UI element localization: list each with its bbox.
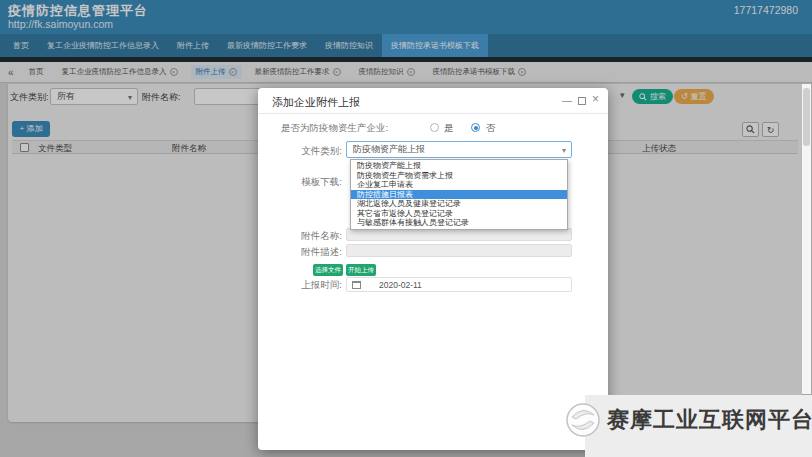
template-download-label: 模板下载: <box>258 176 342 189</box>
maximize-icon[interactable] <box>578 97 586 105</box>
attachment-desc-label: 附件描述: <box>258 246 342 259</box>
dropdown-option[interactable]: 湖北返徐人员及健康登记记录 <box>351 199 567 209</box>
calendar-icon <box>352 281 361 289</box>
supplier-question-label: 是否为防疫物资生产企业: <box>281 122 388 135</box>
saimo-swirl-logo-icon <box>564 401 602 439</box>
screen: 疫情防控信息管理平台 http://fk.saimoyun.com 177174… <box>0 0 812 457</box>
modal-header: 添加企业附件上报 — × <box>258 88 608 114</box>
close-icon[interactable]: × <box>592 93 599 105</box>
radio-no[interactable] <box>471 123 480 132</box>
add-attachment-modal: 添加企业附件上报 — × 是否为防疫物资生产企业: 是 否 文件类别: 防疫物资… <box>258 88 608 450</box>
attachment-name-input[interactable] <box>346 228 572 241</box>
file-category-dropdown: 防疫物资产能上报 防疫物资生产物资需求上报 企业复工申请表 防控措施日报表 湖北… <box>350 159 568 230</box>
radio-yes[interactable] <box>430 123 439 132</box>
chevron-down-icon: ▾ <box>562 143 566 158</box>
modal-title: 添加企业附件上报 <box>272 95 360 110</box>
dropdown-option-highlighted[interactable]: 防控措施日报表 <box>351 190 567 200</box>
scrollbar-thumb[interactable] <box>803 88 810 146</box>
upload-time-input[interactable]: 2020-02-11 <box>346 277 572 292</box>
upload-time-label: 上报时间: <box>258 279 342 292</box>
file-category-label: 文件类别: <box>258 145 342 158</box>
minimize-icon[interactable]: — <box>562 95 572 107</box>
radio-no-label: 否 <box>486 122 496 135</box>
dropdown-option[interactable]: 防疫物资产能上报 <box>351 161 567 171</box>
choose-file-button[interactable]: 选择文件 <box>313 264 343 276</box>
radio-yes-label: 是 <box>444 122 454 135</box>
file-category-select[interactable]: 防疫物资产能上报 ▾ <box>346 141 572 158</box>
watermark-text: 赛摩工业互联网平台 <box>607 405 812 435</box>
dropdown-option[interactable]: 与敏感群体有接触人员登记记录 <box>351 218 567 228</box>
upload-time-value: 2020-02-11 <box>379 280 422 290</box>
attachment-name-label: 附件名称: <box>258 230 342 243</box>
dropdown-option[interactable]: 企业复工申请表 <box>351 180 567 190</box>
dropdown-option[interactable]: 防疫物资生产物资需求上报 <box>351 171 567 181</box>
scrollbar-track[interactable] <box>802 84 811 394</box>
brand-watermark: 赛摩工业互联网平台 <box>564 401 812 439</box>
start-upload-button[interactable]: 开始上传 <box>346 264 376 276</box>
dropdown-option[interactable]: 其它省市返徐人员登记记录 <box>351 209 567 219</box>
attachment-desc-input[interactable] <box>346 244 572 257</box>
